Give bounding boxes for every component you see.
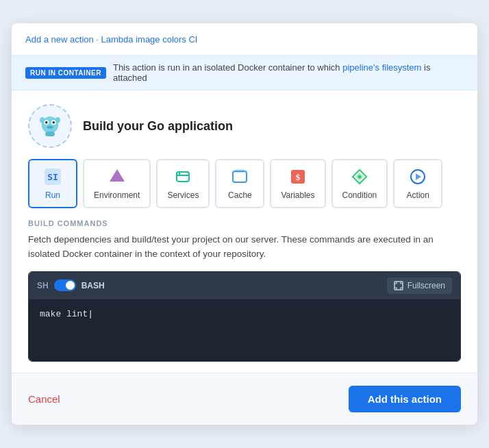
svg-rect-22 (394, 282, 403, 290)
services-icon (173, 167, 192, 186)
svg-point-4 (53, 121, 55, 124)
run-in-container-banner: RUN IN CONTAINER This action is run in a… (12, 55, 477, 90)
variables-icon: $ (288, 167, 308, 186)
modal-header: Add a new action · Lambda image colors C… (12, 23, 477, 55)
modal-footer: Cancel Add this action (12, 373, 477, 425)
fullscreen-icon (394, 281, 403, 290)
action-tab-icon (408, 167, 427, 186)
condition-icon (350, 167, 369, 186)
action-icon-wrap (28, 104, 72, 148)
tab-run-label: Run (45, 190, 60, 200)
svg-rect-7 (45, 132, 55, 136)
build-commands-description: Fetch dependencies and build/test your p… (12, 233, 477, 271)
svg-rect-14 (233, 171, 247, 182)
add-action-button[interactable]: Add this action (349, 386, 461, 412)
banner-text: This action is run in an isolated Docker… (113, 62, 464, 83)
run-icon: SI (43, 167, 62, 186)
lang-sh-label: SH (37, 281, 49, 290)
tab-environment[interactable]: Environment (83, 159, 151, 208)
tab-run[interactable]: SI Run (28, 159, 77, 208)
svg-point-8 (47, 126, 53, 129)
code-toolbar: SH BASH Fullscreen (29, 272, 460, 299)
lang-bash-label: BASH (82, 281, 105, 290)
svg-point-5 (40, 117, 45, 123)
tab-condition-label: Condition (342, 190, 377, 200)
tab-environment-label: Environment (94, 190, 140, 200)
svg-text:$: $ (296, 172, 301, 182)
svg-marker-11 (110, 169, 125, 182)
cache-icon (230, 167, 249, 186)
svg-point-20 (358, 175, 361, 179)
build-commands-label: BUILD COMMANDS (12, 219, 477, 233)
tabs-row: SI Run Environment (12, 159, 477, 219)
banner-text-before: This action is run in an isolated Docker… (113, 62, 342, 73)
tab-variables-label: Variables (281, 190, 314, 200)
fullscreen-button[interactable]: Fullscreen (387, 277, 452, 294)
action-header: Build your Go application (12, 90, 477, 159)
tab-condition[interactable]: Condition (331, 159, 388, 208)
breadcrumb-link[interactable]: Add a new action · Lambda image colors C… (25, 34, 197, 45)
code-editor-body[interactable]: make lint (29, 299, 460, 361)
modal: Add a new action · Lambda image colors C… (12, 23, 477, 425)
code-lang-toggle: SH BASH (37, 279, 105, 291)
pipeline-filesystem-link[interactable]: pipeline's filesystem (342, 62, 421, 73)
code-content: make lint (40, 309, 93, 319)
svg-point-3 (45, 121, 48, 124)
modal-body: RUN IN CONTAINER This action is run in a… (12, 55, 477, 362)
sh-bash-toggle[interactable] (54, 279, 76, 291)
cancel-button[interactable]: Cancel (28, 388, 60, 410)
tab-action-label: Action (407, 190, 429, 200)
tab-cache-label: Cache (228, 190, 252, 200)
tab-cache[interactable]: Cache (215, 159, 264, 208)
action-title: Build your Go application (83, 119, 233, 134)
fullscreen-label: Fullscreen (408, 281, 445, 290)
run-in-container-badge: RUN IN CONTAINER (25, 67, 106, 79)
tab-variables[interactable]: $ Variables (270, 159, 325, 208)
tab-services[interactable]: Services (156, 159, 210, 208)
svg-text:SI: SI (47, 172, 58, 182)
environment-icon (108, 167, 127, 186)
tab-services-label: Services (167, 190, 199, 200)
svg-rect-15 (235, 169, 244, 173)
go-mascot-icon (36, 112, 64, 140)
code-area: SH BASH Fullscreen make lint (28, 271, 461, 362)
svg-point-6 (55, 117, 60, 123)
tab-action[interactable]: Action (393, 159, 442, 208)
svg-point-13 (179, 173, 181, 175)
